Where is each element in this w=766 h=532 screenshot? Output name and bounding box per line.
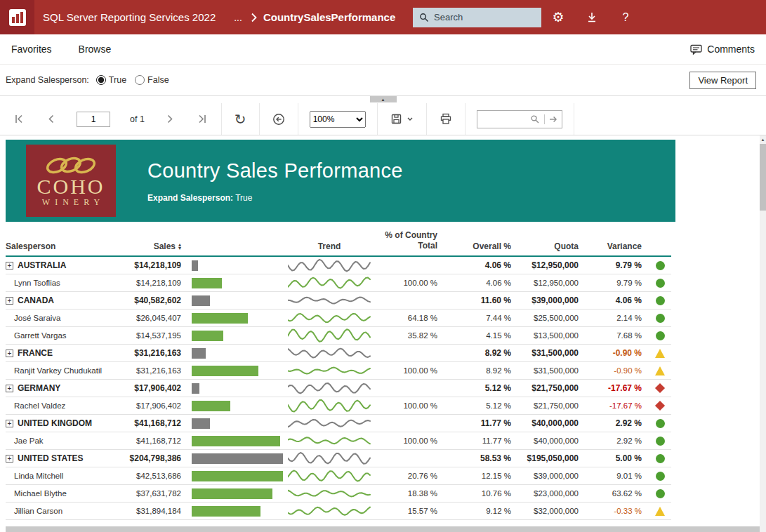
back-to-parent-button[interactable]: [271, 112, 286, 127]
salesperson-cell: Rachel Valdez: [6, 401, 126, 410]
param-option-true[interactable]: True: [96, 75, 126, 85]
sales-value: $42,513,686: [126, 472, 190, 480]
first-page-button[interactable]: [13, 112, 26, 126]
trend-sparkline-cell: [286, 363, 372, 378]
pct-header-line2: Total: [372, 241, 437, 251]
find-search-icon[interactable]: [530, 114, 540, 124]
tab-browse[interactable]: Browse: [79, 44, 112, 55]
green-circle-indicator: [656, 296, 665, 305]
vertical-scrollbar-thumb[interactable]: [760, 144, 766, 211]
search-input[interactable]: [434, 12, 535, 22]
trend-sparkline: [288, 345, 371, 361]
help-button[interactable]: ?: [609, 0, 642, 34]
overall-pct-value: 8.92 %: [444, 366, 518, 375]
table-row-salesperson: Linda Mitchell$42,513,68620.76 %12.15 %$…: [6, 467, 671, 485]
overall-pct-value: 4.06 %: [444, 279, 518, 287]
kpi-indicator-cell: [649, 349, 671, 358]
scroll-up-button[interactable]: ▲: [760, 135, 766, 144]
trend-sparkline-cell: [286, 503, 372, 519]
collapse-parameters-button[interactable]: ▲: [370, 96, 397, 102]
comments-button[interactable]: Comments: [690, 44, 755, 55]
vertical-scrollbar[interactable]: ▲: [760, 135, 766, 532]
pct-of-country-total-value: 18.38 %: [372, 489, 444, 498]
overall-pct-value: 11.77 %: [444, 418, 518, 428]
coho-rings-icon: [38, 154, 104, 177]
last-page-button[interactable]: [195, 112, 209, 126]
salesperson-name: Michael Blythe: [14, 489, 67, 498]
kpi-indicator-cell: [649, 261, 671, 270]
next-page-button[interactable]: [164, 112, 176, 126]
zoom-select[interactable]: 100%: [310, 111, 366, 128]
current-page-input[interactable]: [77, 112, 110, 127]
sales-value: $26,045,407: [126, 314, 190, 322]
report-parameter-echo-value: True: [235, 193, 252, 203]
radio-false[interactable]: [135, 75, 145, 85]
collapse-arrow-icon: ▲: [381, 98, 385, 102]
expand-toggle-icon[interactable]: +: [6, 297, 13, 305]
sales-bar: [192, 488, 272, 499]
find-next-icon[interactable]: [549, 115, 557, 124]
table-header-row: Salesperson Sales ▴▾ Trend % of Country …: [6, 230, 671, 257]
param-option-false[interactable]: False: [135, 75, 169, 85]
green-circle-indicator: [656, 261, 665, 270]
sales-bar-cell: [190, 348, 286, 359]
trend-sparkline-cell: [286, 451, 372, 466]
pct-of-country-total-value: 100.00 %: [372, 279, 444, 287]
refresh-button[interactable]: ↻: [233, 111, 248, 128]
download-button[interactable]: [575, 0, 609, 34]
trend-sparkline: [288, 398, 371, 413]
expand-toggle-icon[interactable]: +: [6, 420, 13, 427]
kpi-indicator-cell: [649, 296, 671, 305]
previous-page-button[interactable]: [46, 112, 57, 126]
find-input[interactable]: [482, 114, 526, 124]
comments-icon: [690, 44, 702, 55]
sales-bar: [192, 260, 198, 271]
expand-toggle-icon[interactable]: +: [6, 262, 13, 270]
col-header-sales[interactable]: Sales ▴▾: [126, 241, 190, 251]
print-button[interactable]: [438, 112, 454, 126]
breadcrumb-overflow[interactable]: ...: [234, 12, 242, 23]
expand-toggle-icon[interactable]: +: [6, 455, 13, 463]
settings-button[interactable]: ⚙: [541, 0, 575, 34]
breadcrumb-report-name: CountrySalesPerformance: [263, 11, 395, 23]
table-row-country: +UNITED KINGDOM$41,168,71211.77 %$40,000…: [6, 415, 671, 432]
search-icon: [419, 13, 429, 22]
col-header-trend: Trend: [286, 241, 372, 251]
sales-bar-cell: [190, 366, 286, 376]
zoom-group: 100%: [298, 103, 378, 135]
report-parameter-echo: Expand Salesperson: True: [147, 193, 403, 203]
trend-sparkline: [288, 486, 371, 501]
green-circle-indicator: [656, 437, 665, 446]
sales-bar-cell: [190, 260, 286, 271]
salesperson-name: CANADA: [18, 295, 54, 305]
sales-bar-cell: [190, 295, 286, 306]
report-title: Country Sales Performance: [147, 159, 403, 182]
save-export-button[interactable]: [389, 112, 415, 126]
view-report-button[interactable]: View Report: [689, 72, 756, 89]
ssrs-logo[interactable]: [0, 0, 34, 34]
salesperson-name: FRANCE: [18, 348, 53, 358]
expand-toggle-icon[interactable]: +: [6, 385, 13, 392]
overall-pct-value: 10.76 %: [444, 489, 518, 498]
overall-pct-value: 8.92 %: [444, 348, 518, 358]
horizontal-scrollbar[interactable]: [6, 526, 760, 532]
search-box[interactable]: [413, 8, 541, 27]
tab-favorites[interactable]: Favorites: [11, 44, 52, 55]
trend-sparkline: [288, 433, 371, 448]
sales-bar: [192, 313, 248, 324]
expand-toggle-icon[interactable]: +: [6, 350, 13, 357]
find-group: [465, 103, 574, 135]
kpi-indicator-cell: [649, 419, 671, 428]
radio-true[interactable]: [96, 75, 106, 85]
pct-of-country-total-value: 20.76 %: [372, 472, 444, 480]
logo-text-coho: COHO: [37, 177, 105, 197]
sales-value: $31,216,163: [126, 348, 190, 358]
salesperson-cell: Lynn Tsoflias: [6, 279, 126, 287]
table-row-country: +UNITED STATES$204,798,38658.53 %$195,05…: [6, 450, 671, 467]
salesperson-name: UNITED KINGDOM: [18, 418, 92, 428]
find-box[interactable]: [477, 110, 562, 128]
salesperson-cell: +UNITED KINGDOM: [6, 418, 126, 428]
overall-pct-value: 5.12 %: [444, 401, 518, 410]
variance-value: 5.00 %: [586, 453, 649, 463]
sales-bar: [192, 295, 210, 306]
